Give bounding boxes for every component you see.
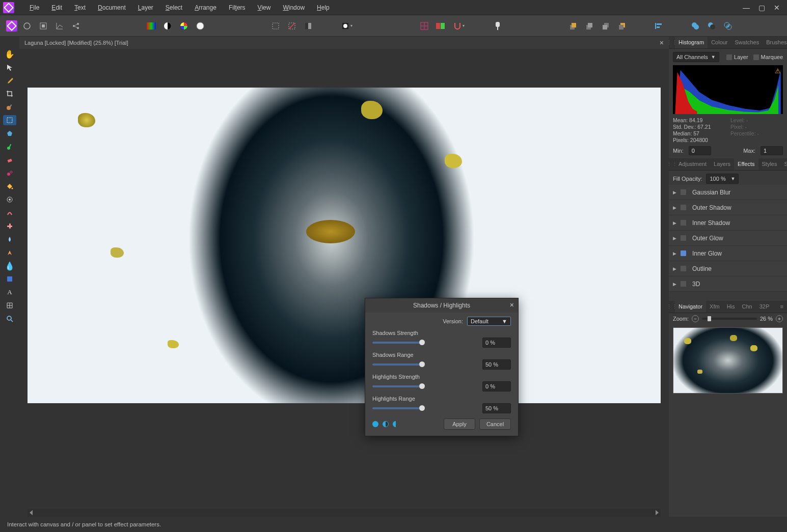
minimize-button[interactable]: — [742, 4, 750, 12]
version-dropdown[interactable]: Default▼ [467, 317, 511, 326]
deselect-icon[interactable] [285, 19, 298, 33]
fill-opacity-dropdown[interactable]: 100 %▼ [706, 174, 739, 184]
cancel-button[interactable]: Cancel [479, 418, 511, 430]
document-close-icon[interactable]: × [660, 39, 664, 47]
shadows-range-value[interactable]: 50 % [482, 359, 511, 370]
zoom-slider[interactable] [702, 318, 757, 320]
tab-xfm[interactable]: Xfm [706, 301, 723, 313]
shadows-strength-value[interactable]: 0 % [482, 338, 511, 348]
arrange-forward-icon[interactable] [583, 19, 596, 33]
canvas[interactable] [28, 49, 661, 509]
shape-tool-icon[interactable] [3, 274, 16, 284]
refine-icon[interactable] [434, 19, 447, 33]
panel-menu-icon[interactable]: ≡ [777, 301, 787, 313]
persona-export-icon[interactable] [69, 19, 83, 33]
fx-outer-glow[interactable]: ▶Outer Glow [669, 231, 787, 246]
highlights-strength-slider[interactable] [372, 385, 422, 387]
autolevels-icon[interactable] [145, 19, 158, 33]
healing-tool-icon[interactable] [3, 221, 16, 231]
dialog-close-icon[interactable]: × [510, 301, 514, 309]
hand-tool-icon[interactable]: ✋ [3, 49, 16, 59]
panel-handle-icon[interactable]: ⋮⋮ [669, 37, 675, 48]
text-tool-icon[interactable]: A [3, 287, 16, 297]
highlights-strength-value[interactable]: 0 % [482, 381, 511, 391]
tab-his[interactable]: His [723, 301, 739, 313]
menu-filters[interactable]: Filters [223, 1, 252, 14]
menu-window[interactable]: Window [277, 1, 311, 14]
crop-tool-icon[interactable] [3, 89, 16, 99]
panel-handle-icon[interactable]: ⋮⋮ [669, 301, 675, 313]
tab-brushes[interactable]: Brushes [763, 37, 787, 48]
channel-dropdown[interactable]: All Channels▼ [673, 52, 719, 62]
fx-inner-glow[interactable]: ▶Inner Glow [669, 246, 787, 261]
menu-select[interactable]: Select [159, 1, 188, 14]
blur-tool-icon[interactable] [3, 234, 16, 244]
autocolor-icon[interactable] [177, 19, 191, 33]
menu-arrange[interactable]: Arrange [188, 1, 223, 14]
apply-button[interactable]: Apply [444, 418, 475, 430]
clone-tool-icon[interactable] [3, 168, 16, 178]
menu-file[interactable]: File [23, 1, 45, 14]
shadows-range-slider[interactable] [372, 363, 422, 366]
flood-select-tool-icon[interactable] [3, 128, 16, 138]
zoom-out-button[interactable]: − [692, 315, 699, 322]
persona-tonemap-icon[interactable] [53, 19, 66, 33]
tab-stock[interactable]: Stock [780, 158, 787, 170]
boolean-add-icon[interactable] [689, 19, 702, 33]
persona-liquify-icon[interactable] [20, 19, 34, 33]
persona-photo-icon[interactable] [6, 20, 17, 32]
boolean-subtract-icon[interactable] [705, 19, 718, 33]
autocontrast-icon[interactable] [161, 19, 174, 33]
tab-colour[interactable]: Colour [708, 37, 731, 48]
fx-gaussian-blur[interactable]: ▶Gaussian Blur [669, 185, 787, 200]
menu-view[interactable]: View [252, 1, 277, 14]
tab-navigator[interactable]: Navigator [675, 301, 706, 313]
fx-outer-shadow[interactable]: ▶Outer Shadow [669, 200, 787, 215]
fx-3d[interactable]: ▶3D [669, 276, 787, 292]
navigator-thumbnail[interactable] [673, 327, 783, 394]
layer-checkbox[interactable] [726, 54, 732, 60]
autowhite-icon[interactable] [194, 19, 207, 33]
preview-split-icon[interactable] [383, 421, 389, 427]
paint-brush-tool-icon[interactable] [3, 142, 16, 152]
close-window-button[interactable]: ✕ [773, 4, 781, 12]
colorpicker-tool-icon[interactable] [3, 75, 16, 86]
dodge-tool-icon[interactable] [3, 194, 16, 205]
erase-tool-icon[interactable] [3, 155, 16, 165]
max-input[interactable] [761, 146, 783, 155]
fx-outline[interactable]: ▶Outline [669, 261, 787, 276]
arrange-backward-icon[interactable] [599, 19, 612, 33]
snapping-icon[interactable]: ▾ [450, 19, 468, 33]
zoom-tool-icon[interactable] [3, 314, 16, 324]
highlights-range-slider[interactable] [372, 407, 422, 409]
tab-styles[interactable]: Styles [758, 158, 781, 170]
horizontal-scrollbar[interactable] [28, 509, 661, 517]
menu-layer[interactable]: Layer [132, 1, 159, 14]
menu-document[interactable]: Document [92, 1, 132, 14]
tab-layers[interactable]: Layers [710, 158, 734, 170]
marquee-checkbox[interactable] [753, 54, 759, 60]
grid-icon[interactable] [418, 19, 431, 33]
assistant-icon[interactable] [491, 19, 504, 33]
menu-edit[interactable]: Edit [45, 1, 68, 14]
document-tab[interactable]: Laguna [Locked] [Modified] (25.8%) [Tria… [19, 37, 669, 49]
move-tool-icon[interactable] [3, 62, 16, 72]
min-input[interactable] [689, 146, 711, 155]
liquify-tool-icon[interactable] [3, 208, 16, 218]
preview-mirror-icon[interactable] [393, 421, 399, 427]
tab-adjustment[interactable]: Adjustment [675, 158, 710, 170]
align-icon[interactable] [652, 19, 665, 33]
dialog-title-bar[interactable]: Shadows / Highlights × [365, 298, 518, 313]
boolean-intersect-icon[interactable] [721, 19, 735, 33]
pen-tool-icon[interactable] [3, 247, 16, 258]
panel-handle-icon[interactable]: ⋮⋮ [669, 158, 675, 170]
zoom-in-button[interactable]: + [776, 315, 783, 322]
preview-before-icon[interactable] [372, 421, 378, 427]
persona-develop-icon[interactable] [37, 19, 50, 33]
maximize-button[interactable]: ▢ [757, 4, 766, 12]
shadows-strength-slider[interactable] [372, 342, 422, 344]
menu-help[interactable]: Help [311, 1, 336, 14]
select-all-icon[interactable] [269, 19, 282, 33]
invert-selection-icon[interactable] [302, 19, 315, 33]
arrange-front-icon[interactable] [566, 19, 580, 33]
